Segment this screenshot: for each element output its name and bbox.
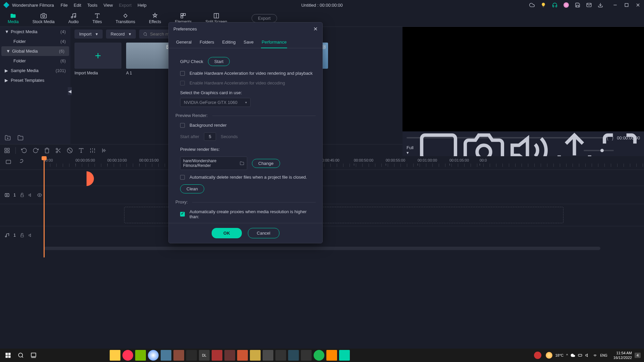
gpu-select[interactable]: NVIDIA GeForce GTX 1060 ▾ bbox=[180, 98, 251, 107]
expand-icon[interactable]: ▶ bbox=[5, 78, 9, 83]
tray-app[interactable] bbox=[534, 352, 541, 359]
lock-icon[interactable] bbox=[20, 193, 24, 197]
sidebar-item-sample-media[interactable]: ▶ Sample Media (101) bbox=[0, 66, 70, 75]
language-indicator[interactable]: ENG bbox=[600, 354, 607, 357]
pref-tab-performance[interactable]: Performance bbox=[261, 38, 287, 48]
taskbar-app[interactable] bbox=[237, 350, 248, 361]
timeline-marker[interactable] bbox=[87, 171, 94, 186]
minimize-icon[interactable] bbox=[612, 2, 618, 8]
bg-render-checkbox[interactable] bbox=[180, 123, 185, 128]
taskbar-app[interactable] bbox=[186, 350, 197, 361]
taskbar-app-chrome[interactable] bbox=[148, 350, 159, 361]
sidebar-item-folder[interactable]: Folder (6) bbox=[0, 56, 70, 66]
zoom-slider[interactable] bbox=[584, 150, 614, 151]
audio-track-body[interactable] bbox=[44, 226, 644, 244]
taskbar-app[interactable]: DL bbox=[199, 350, 210, 361]
mute-icon[interactable] bbox=[29, 233, 33, 238]
menu-tools[interactable]: Tools bbox=[87, 3, 97, 8]
tab-transitions[interactable]: Transitions bbox=[113, 11, 138, 25]
mail-icon[interactable] bbox=[586, 2, 592, 8]
taskbar-app[interactable] bbox=[173, 350, 184, 361]
menu-edit[interactable]: Edit bbox=[74, 3, 81, 8]
onedrive-icon[interactable] bbox=[571, 353, 575, 358]
tab-titles[interactable]: Titles bbox=[90, 11, 104, 25]
cut-icon[interactable] bbox=[55, 147, 61, 154]
taskbar-app-vlc[interactable] bbox=[326, 350, 337, 361]
taskbar-app-filmora[interactable] bbox=[339, 350, 350, 361]
avatar-icon[interactable] bbox=[564, 2, 569, 8]
cancel-button[interactable]: Cancel bbox=[248, 228, 279, 238]
timeline-magnet-icon[interactable] bbox=[17, 159, 23, 165]
taskbar-app[interactable] bbox=[135, 350, 146, 361]
new-folder-icon[interactable] bbox=[5, 135, 11, 141]
sidebar-item-global-media[interactable]: ▼ Global Media (6) bbox=[1, 46, 69, 56]
tab-effects[interactable]: Effects bbox=[146, 11, 164, 25]
hw-render-checkbox[interactable] bbox=[180, 71, 185, 76]
video-track-body[interactable] bbox=[44, 186, 644, 204]
drop-track-body[interactable] bbox=[44, 204, 644, 226]
ok-button[interactable]: OK bbox=[212, 228, 242, 238]
start-button[interactable] bbox=[3, 351, 13, 360]
volume-tray-icon[interactable] bbox=[585, 353, 590, 358]
tab-stock-media[interactable]: Stock Media bbox=[30, 11, 57, 25]
taskbar-app[interactable] bbox=[224, 350, 235, 361]
taskbar-app[interactable] bbox=[122, 350, 133, 361]
auto-proxy-checkbox[interactable] bbox=[180, 212, 185, 217]
collapse-sidebar-icon[interactable]: ◀ bbox=[68, 87, 72, 95]
dialog-close-icon[interactable]: ✕ bbox=[313, 26, 318, 32]
import-media-tile[interactable]: + Import Media bbox=[74, 43, 121, 75]
start-after-input[interactable]: 5 bbox=[204, 132, 216, 141]
menu-help[interactable]: Help bbox=[138, 3, 147, 8]
undo-icon[interactable] bbox=[21, 147, 27, 154]
export-button[interactable]: Export bbox=[252, 14, 277, 22]
notification-badge[interactable]: 4 bbox=[635, 353, 641, 358]
media-tile[interactable]: A 1 bbox=[126, 43, 173, 75]
playhead[interactable] bbox=[44, 157, 45, 257]
close-icon[interactable] bbox=[635, 2, 641, 8]
tab-audio[interactable]: Audio bbox=[66, 11, 82, 25]
quality-select[interactable]: Full ▾ bbox=[407, 145, 414, 155]
wifi-icon[interactable] bbox=[593, 353, 597, 358]
cloud-icon[interactable] bbox=[529, 2, 535, 8]
download-icon[interactable] bbox=[598, 2, 603, 8]
taskbar-app[interactable] bbox=[250, 350, 261, 361]
sidebar-item-folder[interactable]: Folder (4) bbox=[0, 37, 70, 46]
gpu-start-button[interactable]: Start bbox=[208, 57, 230, 66]
pref-tab-folders[interactable]: Folders bbox=[199, 38, 215, 48]
lock-icon[interactable] bbox=[20, 233, 24, 238]
pref-tab-general[interactable]: General bbox=[175, 38, 192, 48]
auto-delete-checkbox[interactable] bbox=[180, 175, 185, 180]
sidebar-item-preset-templates[interactable]: ▶ Preset Templates bbox=[0, 75, 70, 85]
taskbar-app[interactable] bbox=[288, 350, 299, 361]
pref-tab-editing[interactable]: Editing bbox=[222, 38, 236, 48]
expand-icon[interactable]: ▶ bbox=[5, 68, 9, 73]
maximize-icon[interactable] bbox=[624, 2, 629, 8]
battery-icon[interactable] bbox=[578, 353, 583, 358]
timeline-link-icon[interactable] bbox=[5, 159, 11, 165]
mute-icon[interactable] bbox=[29, 193, 33, 197]
adjust-icon[interactable] bbox=[90, 147, 96, 154]
task-view-button[interactable] bbox=[29, 351, 38, 360]
lightbulb-icon[interactable] bbox=[541, 2, 546, 8]
taskbar-app-spotify[interactable] bbox=[314, 350, 324, 361]
tray-expand-icon[interactable]: ^ bbox=[566, 353, 568, 357]
clock[interactable]: 11:54 AM 16/12/2022 bbox=[613, 351, 632, 360]
folder-icon[interactable] bbox=[240, 161, 244, 166]
headset-icon[interactable] bbox=[552, 2, 557, 8]
menu-export[interactable]: Export bbox=[119, 3, 131, 8]
expand-icon[interactable]: ▼ bbox=[6, 49, 10, 54]
text-edit-icon[interactable] bbox=[78, 147, 84, 154]
taskbar-app[interactable] bbox=[212, 350, 222, 361]
taskbar-app[interactable] bbox=[110, 350, 120, 361]
taskbar-app[interactable] bbox=[301, 350, 312, 361]
taskbar-app[interactable] bbox=[275, 350, 286, 361]
menu-view[interactable]: View bbox=[103, 3, 113, 8]
visibility-icon[interactable] bbox=[37, 193, 42, 197]
taskbar-app[interactable] bbox=[263, 350, 273, 361]
audio-adjust-icon[interactable] bbox=[101, 147, 107, 154]
clean-button[interactable]: Clean bbox=[180, 184, 204, 193]
change-path-button[interactable]: Change bbox=[252, 159, 280, 168]
pref-tab-save[interactable]: Save bbox=[243, 38, 254, 48]
weather-icon[interactable] bbox=[546, 352, 552, 359]
tab-media[interactable]: Media bbox=[5, 11, 21, 25]
